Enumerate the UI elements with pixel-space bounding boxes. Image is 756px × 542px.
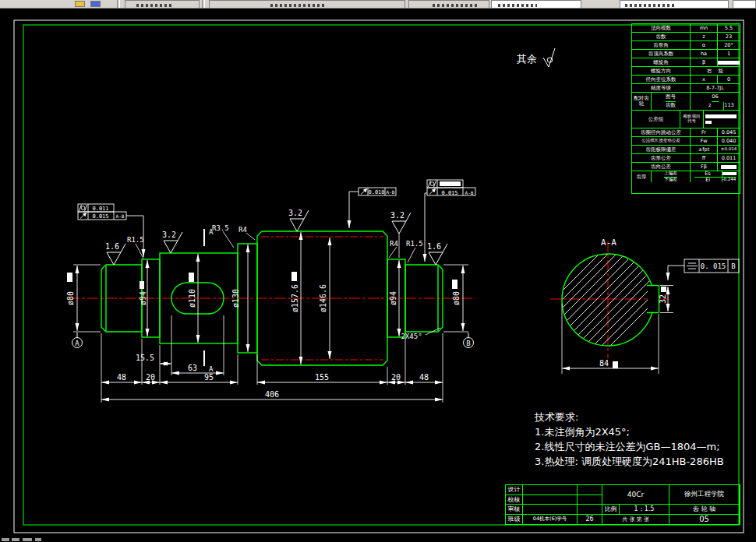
rest-roughness-label: 其余	[517, 53, 537, 65]
cad-application-window: 15.5 63 48 20 95 155 20 48 406 2X45° ø80…	[0, 0, 756, 542]
param-symbol: z	[691, 33, 718, 40]
statusbar-stub	[12, 538, 19, 541]
statusbar-stub	[35, 538, 41, 541]
dim-84: 84	[599, 359, 609, 368]
tech-req-item: 1.未注倒角为2X45°;	[535, 424, 753, 439]
param-name: 法向模数	[632, 24, 691, 32]
mating-teeth-label: 齿数	[666, 102, 676, 111]
param-symbol: ha	[691, 50, 718, 58]
section-title: A-A	[601, 238, 616, 248]
dim-95: 95	[204, 373, 214, 382]
param-name: 螺旋方向	[632, 67, 691, 75]
part-name: 齿 轮 轴	[669, 505, 740, 515]
class-value: 04机本(6)学号	[523, 515, 578, 525]
param-name: 径向变位系数	[632, 76, 691, 83]
checker-date	[578, 495, 602, 505]
param-symbol: Fr	[691, 128, 718, 136]
symmetry-icon	[687, 263, 698, 269]
param-name: 齿形公差	[632, 154, 691, 162]
param-symbol: ff	[691, 154, 718, 162]
param-symbol: Fβ	[691, 163, 718, 171]
school-name: 徐州工程学院	[669, 485, 740, 505]
tech-req-item: 3.热处理: 调质处理硬度为241HB-286HB	[535, 454, 753, 469]
param-value: 0	[718, 76, 740, 83]
param-symbol: Fw	[691, 137, 718, 145]
statusbar-stub	[23, 538, 32, 541]
param-value: 20°	[718, 41, 740, 49]
designer-label: 设计	[506, 485, 523, 495]
upper-dev-value	[722, 172, 737, 175]
param-value: 0.040	[718, 137, 740, 145]
param-value	[718, 163, 740, 171]
rough-16-left: 1.6	[105, 242, 119, 251]
material: 40Cr	[602, 485, 669, 505]
rough-32-c: 3.2	[390, 211, 404, 220]
param-value: 23	[718, 33, 740, 40]
keyway-mask	[648, 287, 659, 312]
param-value: 0.011	[718, 154, 740, 162]
lower-dev-symbol: Ei	[694, 178, 722, 183]
fcf-left-runout-value: 0.015	[92, 213, 108, 220]
dia-110: ø110	[188, 289, 196, 308]
centerlines	[69, 237, 669, 360]
upper-dev-symbol: Es	[694, 171, 722, 177]
fcf-right-datum: A-B	[465, 190, 474, 195]
dim-155: 155	[315, 373, 329, 382]
dim-63: 63	[188, 364, 197, 372]
lower-dev-value: -0.244	[722, 178, 737, 182]
param-name: 齿数	[632, 33, 691, 40]
class-label: 班级	[506, 515, 523, 525]
scale-label: 比例	[602, 505, 620, 515]
dimension-labels: 15.5 63 48 20 95 155 20 48 406 2X45° ø80…	[66, 284, 461, 399]
fcf-sym-datum: B	[731, 262, 735, 270]
param-name: 精度等级	[632, 84, 691, 92]
designer-date	[578, 485, 602, 495]
dim-20-right: 20	[391, 373, 401, 382]
statusbar-stub	[2, 538, 9, 541]
cylindricity-icon	[79, 181, 436, 211]
param-value: 右 旋	[691, 67, 740, 75]
mating-drawing-no: 06	[712, 93, 718, 102]
checker-label: 校核	[506, 495, 523, 505]
param-value: 8-7-7JL	[691, 84, 740, 92]
lower-dev-label: 下偏差	[664, 178, 677, 183]
param-name: 齿圈径向跳动公差	[632, 128, 691, 136]
param-symbol: β	[691, 58, 718, 66]
param-name: 配对齿轮	[632, 93, 652, 110]
fcf-mid-runout-value: 0.018	[368, 189, 384, 195]
fcf-left-cyl-value: 0.011	[92, 206, 108, 212]
param-symbol: x	[691, 76, 718, 83]
dia-80-left: ø80	[66, 291, 75, 305]
param-value: 1	[718, 50, 740, 58]
fcf-left-datum: A-B	[116, 213, 125, 219]
param-name: 齿距极限偏差	[632, 146, 691, 153]
tolerance-blobs	[67, 272, 666, 368]
param-name: 齿顶高系数	[632, 50, 691, 58]
dim-20-left: 20	[146, 373, 155, 382]
student-number: 26	[578, 515, 602, 525]
dim-15-5: 15.5	[136, 354, 154, 362]
tech-req-item: 2.线性尺寸的未注公差为GB—1804—m;	[535, 439, 753, 454]
dia-157-6: ø157.6	[291, 284, 299, 312]
fillet-r4-right: R4	[390, 240, 398, 248]
auditor-value	[523, 505, 578, 515]
param-symbol: mn	[691, 24, 718, 32]
auditor-label: 审核	[506, 505, 523, 515]
rough-16-right: 1.6	[427, 242, 441, 251]
param-value: 5.5	[718, 24, 740, 32]
section-view: A-A 32 84 0. 015 B	[487, 234, 739, 374]
fcf-frames: 0.011 0.015 A-B 0.018 A-B 0.015 A-B	[78, 180, 475, 262]
param-value: 0.045	[718, 128, 740, 136]
param-symbol: ±fpt	[691, 146, 718, 153]
dim-48-right: 48	[419, 373, 429, 382]
mating-teeth-symbol: z	[696, 102, 724, 111]
datum-b-label: B	[466, 340, 470, 347]
param-symbol: α	[691, 41, 718, 49]
dia-94-left: ø94	[139, 291, 147, 305]
inspection-code-label: 代号	[687, 119, 696, 124]
datum-a-label: A	[75, 340, 79, 347]
drawing-number: 05	[669, 515, 740, 525]
cut-a-bottom: A	[209, 365, 214, 373]
rough-32-a: 3.2	[162, 231, 176, 239]
checker-value	[523, 495, 578, 505]
